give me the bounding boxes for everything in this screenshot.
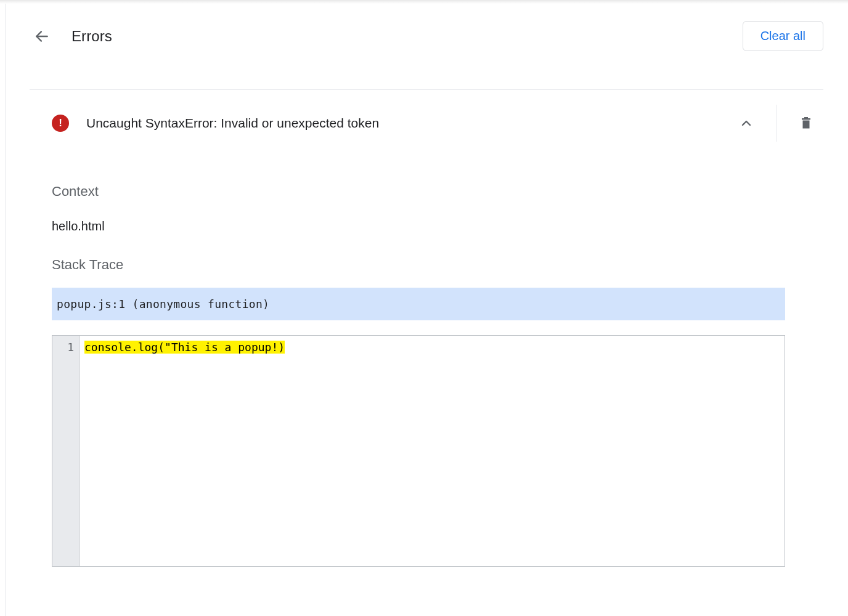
context-heading: Context <box>30 170 823 200</box>
svg-rect-1 <box>802 118 810 120</box>
arrow-left-icon <box>34 28 50 44</box>
errors-page: Errors Clear all ! Uncaught SyntaxError:… <box>0 4 848 567</box>
error-message: Uncaught SyntaxError: Invalid or unexpec… <box>86 116 729 131</box>
vertical-divider <box>776 105 777 142</box>
svg-rect-2 <box>804 117 808 118</box>
line-number: 1 <box>52 341 74 354</box>
code-viewer: 1 console.log("This is a popup!) <box>52 335 785 567</box>
code-line-highlighted: console.log("This is a popup!) <box>84 341 285 354</box>
trash-icon <box>799 116 813 131</box>
code-area: console.log("This is a popup!) <box>80 336 785 566</box>
delete-error-button[interactable] <box>789 106 823 140</box>
chevron-up-icon <box>739 116 754 131</box>
page-header: Errors Clear all <box>30 4 823 63</box>
stack-trace-heading: Stack Trace <box>30 233 823 288</box>
error-panel: ! Uncaught SyntaxError: Invalid or unexp… <box>30 89 823 567</box>
context-file: hello.html <box>30 200 823 233</box>
header-left: Errors <box>30 24 112 49</box>
code-gutter: 1 <box>52 336 80 566</box>
clear-all-button[interactable]: Clear all <box>743 21 823 51</box>
page-title: Errors <box>71 28 112 45</box>
back-button[interactable] <box>30 24 54 49</box>
svg-rect-3 <box>803 121 810 129</box>
stack-frame[interactable]: popup.js:1 (anonymous function) <box>52 288 785 320</box>
collapse-button[interactable] <box>729 106 764 140</box>
error-icon: ! <box>52 115 69 132</box>
error-header-row: ! Uncaught SyntaxError: Invalid or unexp… <box>30 90 823 154</box>
